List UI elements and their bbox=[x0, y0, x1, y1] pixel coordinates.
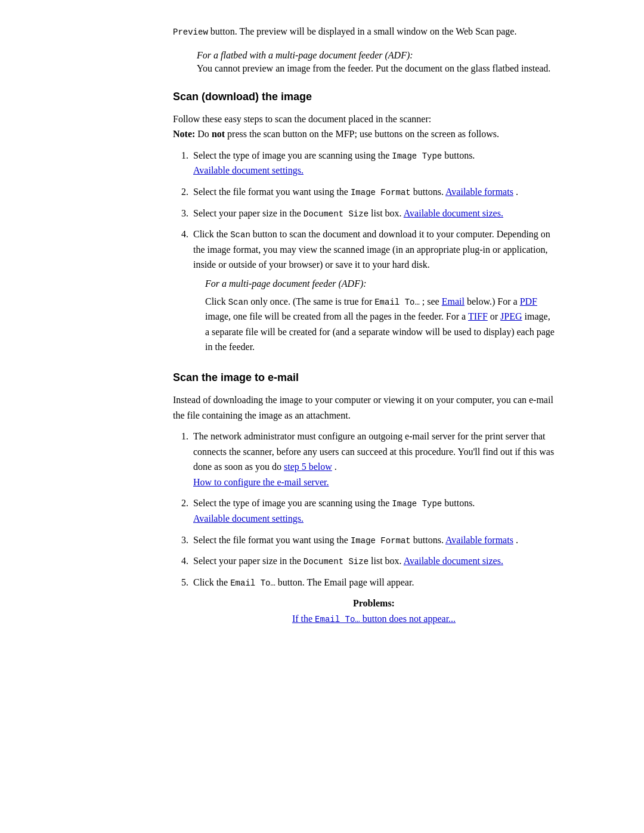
item1-link[interactable]: Available document settings. bbox=[193, 165, 304, 175]
problems-block: Problems: If the Email To… button does n… bbox=[193, 596, 555, 626]
note-bold: Note: bbox=[173, 129, 195, 139]
adf-note-block: For a flatbed with a multi-page document… bbox=[197, 50, 555, 74]
item4-tiff-link[interactable]: TIFF bbox=[468, 311, 488, 321]
item4-jpeg-link[interactable]: JPEG bbox=[500, 311, 522, 321]
s2-item3-period: . bbox=[516, 535, 518, 545]
item3-text-mid: list box. bbox=[371, 208, 404, 218]
item4-scan-mono: Scan bbox=[228, 298, 249, 307]
s2-item4-suffix: list box. bbox=[371, 556, 404, 566]
item4-adf-text3: below.) For a bbox=[467, 296, 520, 306]
adf-heading: For a flatbed with a multi-page document… bbox=[197, 50, 555, 61]
note-not: not bbox=[212, 129, 225, 139]
problems-label: Problems: bbox=[193, 596, 555, 611]
item1-text-suffix: buttons. bbox=[444, 150, 475, 160]
section2-item-2: Select the type of image you are scannin… bbox=[191, 496, 555, 526]
item4-mono: Scan bbox=[230, 230, 250, 240]
s2-item1-link1[interactable]: step 5 below bbox=[284, 462, 332, 472]
section2-item-1: The network administrator must configure… bbox=[191, 429, 555, 490]
section1-intro1: Follow these easy steps to scan the docu… bbox=[173, 114, 431, 124]
s2-item2-mono: Image Type bbox=[392, 499, 442, 509]
problems-emailto-mono: Email To… bbox=[315, 615, 360, 624]
s2-item5-suffix: button. The Email page will appear. bbox=[278, 577, 414, 587]
section1-intro: Follow these easy steps to scan the docu… bbox=[173, 112, 555, 142]
s2-item2-suffix: buttons. bbox=[444, 498, 475, 508]
item4-adf-text1: only once. (The same is true for bbox=[250, 296, 374, 306]
item3-text-prefix: Select your paper size in the bbox=[193, 208, 304, 218]
section2-intro: Instead of downloading the image to your… bbox=[173, 392, 555, 423]
item4-adf-text4: image, one file will be created from all… bbox=[205, 311, 468, 321]
item2-link[interactable]: Available formats bbox=[445, 187, 513, 197]
section2-heading: Scan the image to e-mail bbox=[173, 371, 555, 384]
section1-item-3: Select your paper size in the Document S… bbox=[191, 206, 555, 221]
s2-item2-link[interactable]: Available document settings. bbox=[193, 513, 304, 524]
item4-emailto-mono: Email To… bbox=[374, 298, 420, 307]
item2-mono: Image Format bbox=[351, 188, 411, 197]
note-do: Do bbox=[197, 129, 212, 139]
item3-mono: Document Size bbox=[304, 209, 369, 219]
s2-item4-prefix: Select your paper size in the bbox=[193, 556, 304, 566]
item4-text-prefix: Click the bbox=[193, 229, 230, 239]
item2-period: . bbox=[516, 187, 518, 197]
section1-item-4: Click the Scan button to scan the docume… bbox=[191, 227, 555, 355]
s2-item5-mono: Email To… bbox=[230, 578, 275, 588]
section2-item-4: Select your paper size in the Document S… bbox=[191, 553, 555, 569]
s2-item5-prefix: Click the bbox=[193, 577, 230, 587]
s2-item1-text: The network administrator must configure… bbox=[193, 431, 554, 472]
section2-item-5: Click the Email To… button. The Email pa… bbox=[191, 575, 555, 627]
s2-item1-period: . bbox=[335, 462, 337, 472]
item2-text-prefix: Select the file format you want using th… bbox=[193, 187, 351, 197]
s2-item3-prefix: Select the file format you want using th… bbox=[193, 535, 351, 545]
s2-item1-link2[interactable]: How to configure the e-mail server. bbox=[193, 477, 329, 487]
section1-heading: Scan (download) the image bbox=[173, 91, 555, 103]
note-suffix: press the scan button on the MFP; use bu… bbox=[227, 129, 499, 139]
section2-list: The network administrator must configure… bbox=[191, 429, 555, 627]
intro-paragraph: Preview button. The preview will be disp… bbox=[173, 24, 555, 39]
item4-adf-text5: or bbox=[490, 311, 500, 321]
section1-item-1: Select the type of image you are scannin… bbox=[191, 148, 555, 178]
preview-mono: Preview bbox=[173, 27, 208, 37]
s2-item3-suffix: buttons. bbox=[413, 535, 445, 545]
item4-adf-heading: For a multi-page document feeder (ADF): bbox=[205, 276, 555, 292]
item1-text-prefix: Select the type of image you are scannin… bbox=[193, 150, 392, 160]
s2-item4-link[interactable]: Available document sizes. bbox=[404, 556, 503, 566]
adf-body: You cannot preview an image from the fee… bbox=[197, 63, 550, 73]
item4-adf-body: Click bbox=[205, 296, 228, 306]
item2-text-suffix: buttons. bbox=[413, 187, 445, 197]
s2-item3-link[interactable]: Available formats bbox=[445, 535, 513, 545]
item4-adf-block: For a multi-page document feeder (ADF): … bbox=[205, 276, 555, 355]
section1-list: Select the type of image you are scannin… bbox=[191, 148, 555, 355]
item1-mono: Image Type bbox=[392, 151, 442, 161]
s2-item3-mono: Image Format bbox=[351, 536, 411, 546]
item4-email-link[interactable]: Email bbox=[442, 296, 465, 306]
item4-adf-text2: ; see bbox=[422, 296, 442, 306]
section2-item-3: Select the file format you want using th… bbox=[191, 532, 555, 548]
s2-item4-mono: Document Size bbox=[304, 557, 369, 566]
problems-link[interactable]: If the Email To… button does not appear.… bbox=[193, 611, 555, 627]
item3-link[interactable]: Available document sizes. bbox=[404, 208, 503, 218]
s2-item2-prefix: Select the type of image you are scannin… bbox=[193, 498, 392, 508]
page-container: Preview button. The preview will be disp… bbox=[54, 0, 590, 671]
intro-text1: button. The preview will be displayed in… bbox=[210, 26, 517, 36]
section1-item-2: Select the file format you want using th… bbox=[191, 184, 555, 200]
item4-pdf-link[interactable]: PDF bbox=[520, 296, 537, 306]
